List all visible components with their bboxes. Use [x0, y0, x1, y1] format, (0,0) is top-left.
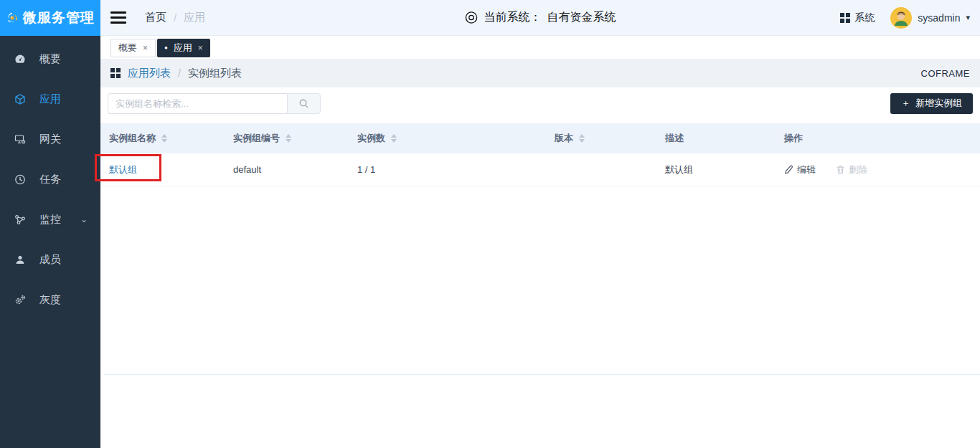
sort-icon[interactable]	[286, 134, 291, 143]
sidebar-item-label: 任务	[39, 173, 88, 186]
current-system-label: 当前系统：	[484, 10, 542, 25]
app-logo: 微服务管理	[0, 0, 100, 36]
system-menu-label: 系统	[854, 11, 875, 24]
sidebar-item-label: 网关	[39, 133, 88, 146]
column-header-description: 描述	[656, 132, 776, 145]
user-menu-button[interactable]: sysadmin ▾	[890, 7, 970, 29]
sidebar-item-tasks[interactable]: 任务	[0, 159, 100, 199]
breadcrumb: 首页 / 应用	[145, 11, 205, 24]
dashboard-icon	[14, 53, 26, 65]
add-button-label: 新增实例组	[915, 97, 962, 110]
close-icon[interactable]: ×	[198, 43, 203, 53]
brand-label: COFRAME	[921, 68, 971, 79]
search-input[interactable]	[108, 93, 287, 114]
instance-group-name-link[interactable]: 默认组	[109, 163, 137, 176]
caret-down-icon: ▾	[966, 13, 970, 22]
cell-name: 默认组	[100, 163, 225, 176]
sidebar-item-members[interactable]: 成员	[0, 239, 100, 280]
brand-swirl-icon	[6, 8, 19, 28]
table-toolbar: ＋ 新增实例组	[108, 92, 973, 114]
system-menu-button[interactable]: 系统	[840, 11, 875, 24]
sidebar-item-grayscale[interactable]: 灰度	[0, 280, 100, 320]
user-icon	[14, 254, 26, 266]
column-header-actions: 操作	[776, 132, 980, 145]
eye-icon	[465, 11, 479, 24]
app-window: 微服务管理 概要 应用 网关 任务 监控 ⌄	[0, 0, 980, 448]
trash-icon	[836, 165, 845, 174]
tab-overview[interactable]: 概要 ×	[110, 39, 156, 57]
sidebar-item-gateway[interactable]: 网关	[0, 119, 100, 159]
pencil-icon	[784, 165, 793, 174]
panel-divider	[104, 374, 980, 375]
topbar-right: 系统 sysadmin ▾	[840, 7, 970, 29]
sidebar-item-label: 成员	[39, 253, 88, 267]
tab-applications[interactable]: ● 应用 ×	[157, 39, 210, 57]
main-content: ＋ 新增实例组 实例组名称 实例组编号 实例数 版本	[100, 87, 980, 448]
column-label: 版本	[555, 132, 573, 145]
sidebar-item-label: 灰度	[39, 293, 88, 307]
clock-icon	[14, 173, 26, 186]
delete-button[interactable]: 删除	[836, 163, 867, 176]
column-label: 操作	[784, 132, 803, 145]
cell-description: 默认组	[656, 163, 776, 176]
hamburger-menu-icon[interactable]	[110, 11, 126, 24]
close-icon[interactable]: ×	[143, 43, 148, 53]
instance-group-table: 实例组名称 实例组编号 实例数 版本 描述	[100, 123, 980, 186]
sidebar-menu: 概要 应用 网关 任务 监控 ⌄ 成员	[0, 36, 100, 320]
grid-icon	[110, 68, 121, 78]
open-tabs-bar: 概要 × ● 应用 ×	[100, 36, 980, 59]
edit-button[interactable]: 编辑	[784, 163, 816, 176]
top-header: 首页 / 应用 当前系统：自有资金系统 系统 sysadmin ▾	[100, 0, 980, 36]
current-system-indicator: 当前系统：自有资金系统	[465, 10, 616, 25]
column-header-name: 实例组名称	[100, 132, 225, 145]
delete-label: 删除	[849, 163, 867, 176]
column-label: 实例组名称	[109, 132, 156, 145]
grid-icon	[840, 13, 850, 23]
add-instance-group-button[interactable]: ＋ 新增实例组	[890, 93, 973, 114]
sidebar-item-label: 应用	[39, 92, 88, 106]
cell-actions: 编辑 删除	[776, 163, 980, 176]
column-header-instances: 实例数	[349, 132, 546, 145]
breadcrumb-home[interactable]: 首页	[145, 11, 166, 24]
column-label: 实例组编号	[233, 132, 280, 145]
sidebar: 微服务管理 概要 应用 网关 任务 监控 ⌄	[0, 0, 100, 448]
cell-value: 默认组	[665, 163, 693, 176]
column-header-version: 版本	[546, 132, 656, 145]
tab-label: 概要	[118, 42, 137, 54]
edit-label: 编辑	[797, 163, 816, 176]
plus-icon: ＋	[901, 97, 910, 110]
cell-value: default	[233, 164, 261, 175]
breadcrumb-instance-group-list: 实例组列表	[188, 67, 242, 80]
column-label: 实例数	[357, 132, 385, 145]
sort-icon[interactable]	[579, 134, 585, 143]
current-system-value: 自有资金系统	[547, 10, 616, 25]
sidebar-item-monitoring[interactable]: 监控 ⌄	[0, 199, 100, 239]
cell-instances: 1 / 1	[349, 164, 546, 175]
sort-icon[interactable]	[161, 134, 167, 143]
search-button[interactable]	[287, 93, 321, 114]
active-dot-icon: ●	[164, 45, 168, 51]
username: sysadmin	[918, 12, 960, 24]
gears-icon	[14, 294, 26, 306]
cube-icon	[14, 93, 26, 105]
gateway-icon	[14, 133, 26, 146]
nodes-icon	[14, 214, 26, 226]
sidebar-item-label: 监控	[39, 213, 67, 227]
sidebar-item-overview[interactable]: 概要	[0, 39, 100, 79]
breadcrumb-app-list-link[interactable]: 应用列表	[128, 67, 171, 80]
breadcrumb-separator: /	[174, 11, 176, 24]
cell-value: 1 / 1	[357, 164, 375, 175]
column-label: 描述	[665, 132, 684, 145]
table-header-row: 实例组名称 实例组编号 实例数 版本 描述	[100, 123, 980, 153]
sidebar-item-label: 概要	[39, 52, 88, 66]
column-header-code: 实例组编号	[225, 132, 349, 145]
page-breadcrumb-bar: 应用列表 / 实例组列表 COFRAME	[100, 59, 980, 87]
breadcrumb-current: 应用	[184, 11, 205, 24]
cell-code: default	[225, 164, 349, 175]
breadcrumb-separator: /	[178, 67, 181, 79]
sidebar-item-applications[interactable]: 应用	[0, 79, 100, 119]
avatar	[890, 7, 912, 29]
sort-icon[interactable]	[391, 134, 397, 143]
search-group	[108, 93, 321, 114]
chevron-down-icon[interactable]: ⌄	[80, 214, 88, 224]
